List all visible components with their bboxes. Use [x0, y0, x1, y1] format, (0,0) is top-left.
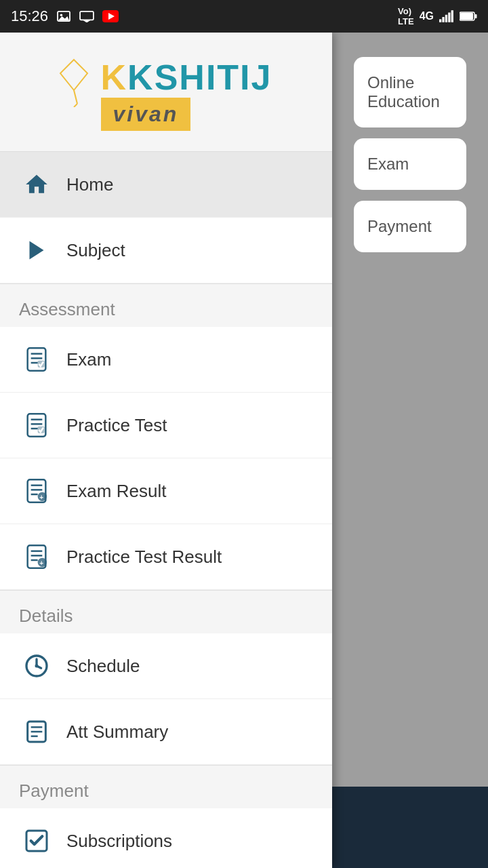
svg-line-14 [74, 90, 77, 104]
practice-test-result-icon: + [19, 539, 54, 574]
youtube-icon [102, 10, 119, 22]
schedule-icon [19, 648, 54, 684]
navigation-drawer: KKSHITIJ vivan Home [0, 33, 332, 868]
online-education-text: Online Education [367, 73, 453, 111]
subscriptions-icon [19, 823, 54, 859]
nav-item-att-summary[interactable]: Att Summary [0, 699, 332, 765]
time-display: 15:26 [11, 7, 48, 25]
signal-icon [439, 10, 454, 22]
svg-rect-17 [28, 348, 46, 370]
nav-label-practice-test-result: Practice Test Result [66, 547, 222, 568]
status-bar: 15:26 Vo)LTE 4G [0, 0, 488, 33]
svg-rect-5 [439, 19, 441, 22]
svg-rect-8 [448, 13, 450, 22]
section-header-assessment: Assessment [0, 283, 332, 327]
main-container: KKSHITIJ vivan Home [0, 33, 488, 868]
nav-item-subject[interactable]: Subject [0, 218, 332, 283]
kite-decoration [54, 53, 108, 107]
logo-area: KKSHITIJ vivan [0, 33, 332, 152]
svg-rect-7 [445, 15, 447, 22]
status-bar-left: 15:26 [11, 7, 119, 25]
exam-card-text: Exam [367, 155, 409, 174]
svg-point-1 [60, 14, 63, 16]
logo-wrapper: KKSHITIJ vivan [60, 60, 272, 131]
practice-test-icon [19, 408, 54, 443]
section-header-payment: Payment [0, 765, 332, 808]
nav-item-practice-test[interactable]: Practice Test [0, 393, 332, 458]
exam-result-icon: + [19, 473, 54, 509]
image-icon [56, 10, 71, 22]
subject-icon [19, 233, 54, 268]
svg-text:+: + [39, 494, 43, 501]
section-header-details: Details [0, 590, 332, 633]
svg-rect-6 [442, 17, 444, 22]
svg-rect-12 [460, 13, 473, 20]
nav-item-exam[interactable]: Exam [0, 327, 332, 393]
svg-rect-2 [80, 12, 94, 20]
svg-rect-11 [475, 14, 477, 18]
exam-icon [19, 342, 54, 377]
svg-rect-22 [28, 414, 46, 436]
nav-label-exam: Exam [66, 349, 111, 370]
nav-label-att-summary: Att Summary [66, 722, 168, 743]
nav-item-exam-result[interactable]: + Exam Result [0, 458, 332, 524]
status-bar-right: Vo)LTE 4G [398, 6, 477, 26]
dark-bottom-bar [332, 787, 488, 868]
nav-label-exam-result: Exam Result [66, 481, 166, 502]
message-icon [79, 10, 94, 22]
right-panel: Online Education Exam Payment [332, 33, 488, 868]
4g-icon: 4G [420, 10, 434, 22]
nav-item-subscriptions[interactable]: Subscriptions [0, 808, 332, 868]
payment-card-text: Payment [367, 217, 432, 236]
att-summary-icon [19, 714, 54, 749]
nav-item-schedule[interactable]: Schedule [0, 633, 332, 699]
volte-icon: Vo)LTE [398, 6, 414, 26]
vivan-box: vivan [101, 98, 191, 131]
svg-point-42 [35, 665, 39, 668]
svg-marker-16 [30, 241, 44, 260]
nav-label-practice-test: Practice Test [66, 415, 167, 436]
nav-label-home: Home [66, 174, 113, 195]
battery-icon [460, 11, 477, 22]
nav-label-subject: Subject [66, 240, 125, 261]
vivan-text: vivan [113, 102, 179, 126]
nav-label-subscriptions: Subscriptions [66, 831, 172, 852]
online-education-card: Online Education [354, 57, 466, 127]
home-icon [19, 167, 54, 202]
svg-rect-9 [451, 10, 453, 22]
svg-text:+: + [39, 559, 43, 567]
nav-label-schedule: Schedule [66, 656, 140, 677]
nav-item-home[interactable]: Home [0, 152, 332, 218]
payment-card: Payment [354, 201, 466, 252]
svg-line-15 [74, 104, 77, 107]
nav-item-practice-test-result[interactable]: + Practice Test Result [0, 524, 332, 590]
exam-card: Exam [354, 138, 466, 190]
svg-marker-13 [60, 60, 87, 90]
